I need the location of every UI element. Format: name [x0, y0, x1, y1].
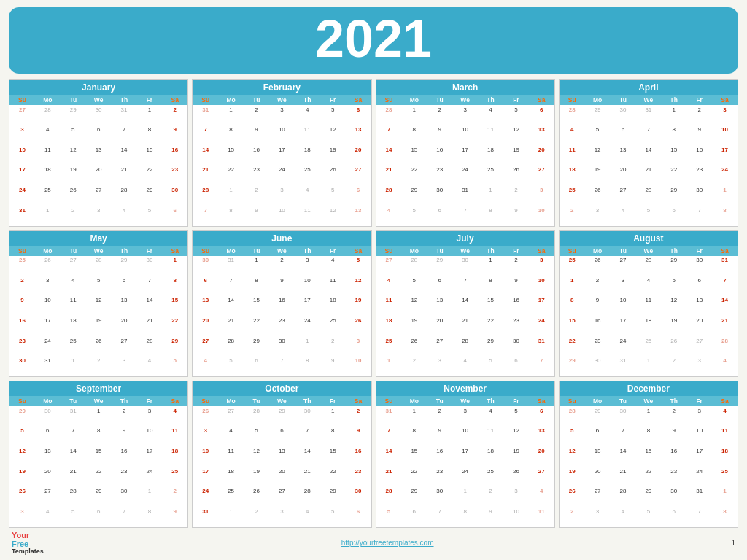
- day-cell: 25: [61, 336, 86, 357]
- month-header-october: October: [193, 381, 371, 396]
- day-cell: 8: [712, 507, 738, 527]
- day-cell: 4: [635, 276, 661, 296]
- day-cell: 6: [529, 105, 554, 125]
- day-cell: 16: [427, 145, 452, 166]
- day-cell: 5: [401, 276, 427, 296]
- day-header-su: Su: [193, 396, 218, 406]
- day-header-mo: Mo: [35, 396, 61, 406]
- days-grid: 2829301234567891011121314151617181920212…: [560, 406, 738, 527]
- day-cell: 8: [712, 206, 738, 226]
- day-cell: 12: [585, 145, 611, 166]
- day-cell: 10: [529, 206, 554, 226]
- day-cell: 19: [585, 166, 611, 186]
- day-cell: 24: [452, 467, 478, 487]
- day-cell: 2: [320, 336, 346, 357]
- day-cell: 9: [244, 206, 269, 226]
- day-cell: 22: [635, 467, 661, 487]
- day-headers: SuMoTuWeThFrSa: [9, 396, 187, 406]
- day-cell: 7: [112, 507, 137, 527]
- day-cell: 28: [452, 336, 478, 357]
- day-cell: 15: [401, 145, 427, 166]
- day-cell: 8: [136, 125, 162, 146]
- day-cell: 4: [478, 406, 503, 427]
- day-cell: 25: [478, 467, 503, 487]
- day-cell: 19: [320, 145, 346, 166]
- day-cell: 30: [193, 256, 218, 276]
- day-cell: 9: [269, 276, 295, 296]
- day-headers: SuMoTuWeThFrSa: [193, 396, 371, 406]
- day-cell: 4: [529, 487, 554, 508]
- day-cell: 1: [35, 206, 61, 226]
- day-cell: 2: [661, 406, 686, 427]
- day-cell: 3: [503, 487, 529, 508]
- day-cell: 4: [61, 276, 86, 296]
- day-headers: SuMoTuWeThFrSa: [560, 246, 738, 256]
- footer: Your Free Templates http://yourfreetempl…: [9, 531, 738, 556]
- day-cell: 15: [635, 447, 661, 467]
- day-cell: 12: [320, 206, 346, 226]
- day-cell: 31: [35, 357, 61, 377]
- day-cell: 26: [503, 467, 529, 487]
- day-header-tu: Tu: [61, 246, 86, 256]
- day-header-we: We: [452, 95, 478, 105]
- day-cell: 2: [661, 357, 686, 377]
- month-header-september: September: [9, 381, 187, 396]
- day-cell: 7: [193, 125, 218, 146]
- day-cell: 17: [611, 316, 636, 337]
- day-cell: 14: [136, 296, 162, 316]
- day-cell: 5: [585, 125, 611, 146]
- day-cell: 24: [269, 166, 295, 186]
- day-cell: 30: [136, 256, 162, 276]
- day-cell: 25: [635, 336, 661, 357]
- day-header-we: We: [269, 95, 295, 105]
- day-cell: 18: [635, 316, 661, 337]
- day-cell: 9: [503, 206, 529, 226]
- day-header-tu: Tu: [244, 246, 269, 256]
- day-cell: 13: [193, 296, 218, 316]
- day-cell: 17: [136, 447, 162, 467]
- day-cell: 30: [503, 336, 529, 357]
- day-cell: 27: [686, 336, 712, 357]
- day-cell: 15: [320, 447, 346, 467]
- day-cell: 4: [295, 507, 320, 527]
- day-cell: 1: [478, 256, 503, 276]
- day-header-mo: Mo: [585, 95, 611, 105]
- day-cell: 18: [320, 296, 346, 316]
- day-cell: 2: [86, 357, 112, 377]
- days-grid: 2812345678910111213141516171819202122232…: [376, 105, 554, 226]
- day-cell: 18: [35, 166, 61, 186]
- footer-url[interactable]: http://yourfreetemplates.com: [341, 539, 434, 547]
- day-cell: 24: [686, 467, 712, 487]
- day-cell: 27: [269, 487, 295, 508]
- month-header-april: April: [560, 80, 738, 95]
- day-cell: 6: [346, 507, 371, 527]
- day-cell: 31: [529, 336, 554, 357]
- footer-page-number: 1: [731, 539, 735, 547]
- day-cell: 14: [218, 296, 244, 316]
- day-headers: SuMoTuWeThFrSa: [560, 396, 738, 406]
- day-cell: 22: [401, 166, 427, 186]
- day-cell: 2: [585, 276, 611, 296]
- day-cell: 1: [452, 487, 478, 508]
- day-cell: 5: [401, 206, 427, 226]
- day-cell: 8: [401, 427, 427, 447]
- day-cell: 17: [529, 296, 554, 316]
- month-header-july: July: [376, 231, 554, 246]
- day-cell: 4: [611, 507, 636, 527]
- day-header-sa: Sa: [529, 95, 554, 105]
- day-header-fr: Fr: [320, 95, 346, 105]
- day-cell: 6: [686, 276, 712, 296]
- day-cell: 28: [193, 186, 218, 206]
- day-cell: 6: [346, 186, 371, 206]
- logo: Your Free Templates: [12, 531, 44, 556]
- day-cell: 6: [585, 427, 611, 447]
- day-header-tu: Tu: [611, 246, 636, 256]
- day-header-th: Th: [661, 396, 686, 406]
- day-cell: 3: [452, 105, 478, 125]
- day-cell: 27: [529, 467, 554, 487]
- day-cell: 27: [218, 406, 244, 427]
- day-cell: 18: [162, 447, 187, 467]
- day-cell: 10: [35, 296, 61, 316]
- day-cell: 10: [9, 145, 35, 166]
- day-cell: 28: [376, 105, 402, 125]
